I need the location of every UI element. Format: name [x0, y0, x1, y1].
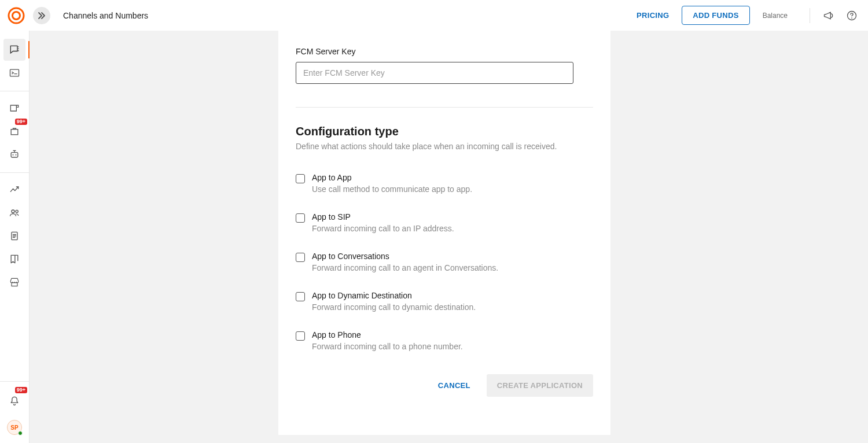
inbox-icon — [9, 102, 20, 114]
presence-online-icon — [18, 431, 23, 435]
config-option-desc: Forward incoming call to an IP address. — [312, 224, 454, 233]
users-icon — [9, 207, 20, 219]
svg-point-11 — [16, 154, 17, 156]
sidebar-item-channels[interactable] — [3, 39, 25, 61]
app-header: Channels and Numbers PRICING ADD FUNDS B… — [0, 0, 868, 31]
config-option-app-to-dynamic: App to Dynamic Destination Forward incom… — [296, 291, 593, 312]
bookmark-icon — [9, 253, 20, 265]
config-option-desc: Forward incoming call to an agent in Con… — [312, 263, 498, 272]
sidebar-item-terminal[interactable] — [3, 62, 25, 84]
svg-point-12 — [12, 210, 14, 213]
config-option-checkbox[interactable] — [296, 213, 305, 223]
config-option-app-to-sip: App to SIP Forward incoming call to an I… — [296, 212, 593, 233]
config-option-desc: Forward incoming call to a phone number. — [312, 342, 463, 351]
svg-rect-7 — [10, 69, 19, 76]
bell-icon — [9, 395, 20, 407]
config-option-checkbox[interactable] — [296, 292, 305, 301]
svg-point-3 — [851, 17, 852, 19]
section-divider — [296, 107, 593, 108]
svg-point-5 — [18, 49, 19, 50]
sidebar-item-inbox[interactable] — [3, 97, 25, 119]
document-icon — [9, 230, 20, 242]
config-option-title: App to App — [312, 173, 472, 182]
config-option-checkbox[interactable] — [296, 253, 305, 262]
chat-dots-icon — [9, 44, 20, 56]
config-option-checkbox[interactable] — [296, 331, 305, 341]
form-footer: CANCEL CREATE APPLICATION — [296, 374, 593, 414]
megaphone-icon — [823, 10, 834, 21]
robot-icon — [9, 149, 20, 160]
sidebar-item-package[interactable]: 99+ — [3, 120, 25, 142]
form-card: FCM Server Key Configuration type Define… — [278, 31, 610, 435]
config-option-title: App to Conversations — [312, 252, 498, 261]
balance-label: Balance — [763, 12, 788, 20]
pricing-link[interactable]: PRICING — [637, 11, 669, 20]
sidebar-item-references[interactable] — [3, 248, 25, 270]
store-icon — [9, 276, 20, 288]
user-avatar[interactable]: SP — [7, 420, 22, 435]
package-icon — [9, 125, 20, 137]
config-option-app-to-app: App to App Use call method to communicat… — [296, 173, 593, 194]
cancel-button[interactable]: CANCEL — [438, 381, 470, 390]
config-option-desc: Use call method to communicate app to ap… — [312, 184, 472, 194]
trend-up-icon — [9, 184, 20, 195]
add-funds-button[interactable]: ADD FUNDS — [682, 6, 749, 25]
svg-point-1 — [13, 12, 20, 19]
terminal-icon — [9, 67, 20, 79]
notifications-badge: 99+ — [15, 387, 27, 393]
config-option-app-to-conversations: App to Conversations Forward incoming ca… — [296, 252, 593, 272]
notifications-button[interactable]: 99+ — [3, 390, 25, 412]
fcm-key-label: FCM Server Key — [296, 47, 593, 56]
page-title: Channels and Numbers — [63, 11, 148, 20]
svg-point-13 — [16, 210, 18, 212]
sidebar-badge: 99+ — [15, 119, 27, 125]
svg-point-4 — [18, 46, 19, 47]
create-application-button[interactable]: CREATE APPLICATION — [487, 374, 593, 397]
config-option-app-to-phone: App to Phone Forward incoming call to a … — [296, 330, 593, 351]
svg-rect-9 — [11, 153, 18, 157]
fcm-key-input[interactable] — [296, 62, 573, 84]
sidebar-item-docs[interactable] — [3, 225, 25, 247]
config-type-title: Configuration type — [296, 125, 593, 138]
svg-point-6 — [18, 50, 19, 51]
sidebar-item-store[interactable] — [3, 271, 25, 293]
config-option-desc: Forward incoming call to dynamic destina… — [312, 302, 476, 312]
sidebar-item-analytics[interactable] — [3, 179, 25, 201]
main-content: FCM Server Key Configuration type Define… — [30, 31, 868, 443]
brand-logo — [8, 7, 25, 24]
sidebar-item-team[interactable] — [3, 202, 25, 224]
svg-point-10 — [13, 154, 14, 156]
svg-rect-8 — [11, 130, 18, 135]
chevrons-right-icon — [37, 11, 46, 20]
config-type-subtitle: Define what actions should take place wh… — [296, 142, 593, 151]
config-option-title: App to Phone — [312, 330, 463, 339]
help-circle-icon — [846, 10, 858, 21]
sidebar-expand-button[interactable] — [33, 7, 50, 24]
config-option-title: App to Dynamic Destination — [312, 291, 476, 300]
config-option-title: App to SIP — [312, 212, 454, 221]
header-divider — [810, 8, 810, 23]
config-option-checkbox[interactable] — [296, 174, 305, 183]
sidebar: 99+ 99+ SP — [0, 31, 30, 443]
sidebar-item-bot[interactable] — [3, 143, 25, 165]
svg-point-0 — [9, 8, 24, 23]
announcements-button[interactable] — [821, 8, 837, 24]
avatar-initials: SP — [10, 424, 18, 431]
help-button[interactable] — [844, 8, 860, 24]
